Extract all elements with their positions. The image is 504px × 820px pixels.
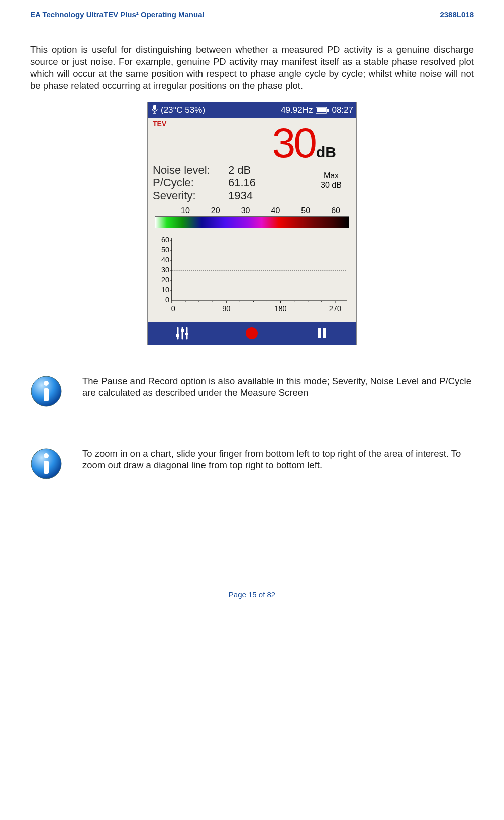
phase-plot[interactable]: 60 50 40 30 20 10 0 (155, 233, 349, 319)
info-note-2: To zoom in on a chart, slide your finger… (30, 448, 474, 480)
info-note-1-text: The Pause and Record option is also avai… (82, 375, 474, 398)
header-left: EA Technology UltraTEV Plus² Operating M… (30, 10, 205, 19)
spectrum-tick: 50 (301, 206, 310, 215)
ytick: 20 (161, 276, 169, 284)
svg-rect-42 (44, 461, 49, 474)
spectrum-tick: 20 (211, 206, 220, 215)
max-label: Max (311, 171, 351, 180)
pcycle-value: 61.16 (228, 176, 256, 189)
intro-paragraph: This option is useful for distinguishing… (30, 44, 474, 92)
spectrum-tick: 60 (331, 206, 340, 215)
severity-value: 1934 (228, 189, 253, 202)
ytick: 40 (161, 256, 169, 264)
page-footer: Page 15 of 82 (30, 590, 474, 599)
device-status-bar: (23°C 53%) 49.92Hz 08:27 (148, 102, 356, 118)
svg-point-38 (44, 381, 49, 386)
microphone-icon (151, 104, 159, 117)
max-value: 30 dB (311, 180, 351, 190)
status-frequency: 49.92Hz (281, 105, 313, 115)
xtick: 0 (171, 304, 175, 313)
info-note-1: The Pause and Record option is also avai… (30, 375, 474, 407)
svg-point-41 (44, 453, 49, 458)
info-icon (30, 375, 62, 407)
stats-block: Noise level:2 dB P/Cycle:61.16 Severity:… (153, 164, 311, 202)
ytick: 10 (161, 286, 169, 294)
record-button[interactable] (242, 326, 261, 341)
ytick: 0 (165, 296, 169, 304)
pcycle-label: P/Cycle: (153, 176, 228, 189)
svg-rect-31 (176, 334, 179, 337)
info-icon (30, 448, 62, 480)
ytick: 60 (161, 236, 169, 244)
device-screenshot: (23°C 53%) 49.92Hz 08:27 TEV 30dB Noise … (147, 102, 357, 345)
main-reading: 30dB (153, 122, 351, 164)
settings-sliders-icon[interactable] (173, 326, 192, 341)
status-time: 08:27 (332, 105, 353, 115)
xtick: 180 (274, 304, 286, 313)
max-block: Max 30 dB (311, 164, 351, 202)
reading-value: 30 (272, 119, 315, 166)
spectrum-tick: 30 (241, 206, 250, 215)
header-right: 2388L018 (440, 10, 474, 19)
xtick: 90 (222, 304, 230, 313)
svg-rect-39 (44, 388, 49, 401)
severity-label: Severity: (153, 189, 228, 202)
xtick: 270 (329, 304, 341, 313)
ytick: 30 (161, 266, 169, 274)
spectrum-tick: 40 (271, 206, 280, 215)
svg-rect-36 (323, 328, 326, 338)
svg-rect-32 (181, 329, 184, 332)
spectrum-gradient-bar (155, 216, 349, 228)
svg-rect-35 (318, 328, 321, 338)
svg-rect-33 (185, 333, 188, 335)
device-controls (148, 322, 356, 345)
noise-label: Noise level: (153, 164, 228, 176)
svg-rect-0 (153, 105, 156, 110)
svg-point-34 (246, 327, 258, 339)
svg-rect-4 (317, 108, 326, 112)
page-header: EA Technology UltraTEV Plus² Operating M… (30, 10, 474, 19)
noise-value: 2 dB (228, 164, 251, 176)
pause-button[interactable] (312, 326, 331, 341)
ytick: 50 (161, 246, 169, 254)
info-note-2-text: To zoom in on a chart, slide your finger… (82, 448, 474, 471)
battery-icon (316, 107, 329, 114)
svg-rect-5 (327, 109, 329, 112)
spectrum-scale: 10 20 30 40 50 60 (153, 206, 351, 228)
status-env: (23°C 53%) (161, 105, 205, 115)
spectrum-tick: 10 (181, 206, 190, 215)
reading-unit: dB (315, 144, 336, 160)
